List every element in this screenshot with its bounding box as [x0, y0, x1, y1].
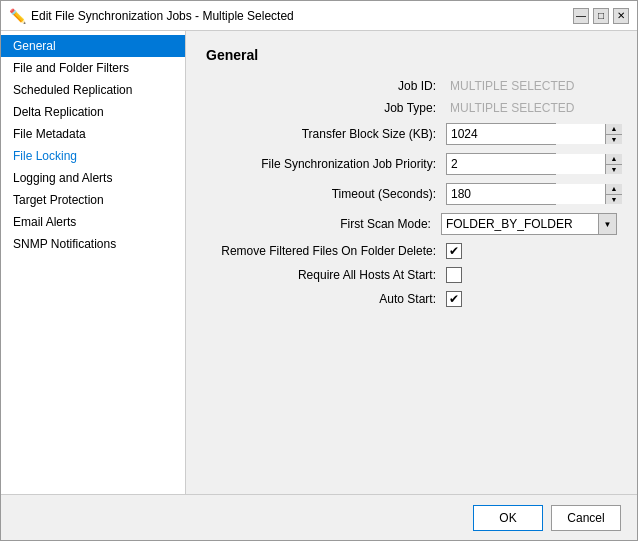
timeout-spinner[interactable]: ▲ ▼: [446, 183, 556, 205]
sidebar-item-file-metadata[interactable]: File Metadata: [1, 123, 185, 145]
transfer-block-size-label: Transfer Block Size (KB):: [206, 127, 446, 141]
job-id-row: Job ID: MULTIPLE SELECTED: [206, 79, 617, 93]
transfer-block-size-row: Transfer Block Size (KB): ▲ ▼: [206, 123, 617, 145]
minimize-button[interactable]: —: [573, 8, 589, 24]
job-priority-label: File Synchronization Job Priority:: [206, 157, 446, 171]
job-priority-spinner[interactable]: ▲ ▼: [446, 153, 556, 175]
auto-start-row: Auto Start: ✔: [206, 291, 617, 307]
sidebar-item-logging-alerts[interactable]: Logging and Alerts: [1, 167, 185, 189]
section-title: General: [206, 47, 617, 63]
sidebar-item-scheduled-replication[interactable]: Scheduled Replication: [1, 79, 185, 101]
sidebar-item-email-alerts[interactable]: Email Alerts: [1, 211, 185, 233]
job-priority-row: File Synchronization Job Priority: ▲ ▼: [206, 153, 617, 175]
sidebar-item-delta-replication[interactable]: Delta Replication: [1, 101, 185, 123]
transfer-block-size-btns: ▲ ▼: [605, 124, 622, 144]
transfer-block-size-down[interactable]: ▼: [606, 134, 622, 145]
auto-start-check: ✔: [449, 293, 459, 305]
sidebar-item-general[interactable]: General: [1, 35, 185, 57]
ok-button[interactable]: OK: [473, 505, 543, 531]
auto-start-label: Auto Start:: [206, 292, 446, 306]
job-type-value: MULTIPLE SELECTED: [446, 101, 574, 115]
timeout-input[interactable]: [447, 184, 605, 204]
timeout-btns: ▲ ▼: [605, 184, 622, 204]
window-title: Edit File Synchronization Jobs - Multipl…: [31, 9, 294, 23]
footer: OK Cancel: [1, 494, 637, 540]
first-scan-mode-value: FOLDER_BY_FOLDER: [442, 217, 598, 231]
sidebar-item-snmp-notifications[interactable]: SNMP Notifications: [1, 233, 185, 255]
job-type-row: Job Type: MULTIPLE SELECTED: [206, 101, 617, 115]
title-bar-controls: — □ ✕: [573, 8, 629, 24]
sidebar-item-target-protection[interactable]: Target Protection: [1, 189, 185, 211]
job-priority-down[interactable]: ▼: [606, 164, 622, 175]
timeout-down[interactable]: ▼: [606, 194, 622, 205]
timeout-label: Timeout (Seconds):: [206, 187, 446, 201]
title-bar-left: ✏️ Edit File Synchronization Jobs - Mult…: [9, 8, 294, 24]
close-button[interactable]: ✕: [613, 8, 629, 24]
window-icon: ✏️: [9, 8, 25, 24]
transfer-block-size-up[interactable]: ▲: [606, 124, 622, 134]
first-scan-mode-arrow[interactable]: ▼: [598, 214, 616, 234]
job-priority-btns: ▲ ▼: [605, 154, 622, 174]
sidebar: GeneralFile and Folder FiltersScheduled …: [1, 31, 186, 494]
auto-start-checkbox[interactable]: ✔: [446, 291, 462, 307]
first-scan-mode-row: First Scan Mode: FOLDER_BY_FOLDER ▼: [206, 213, 617, 235]
job-priority-up[interactable]: ▲: [606, 154, 622, 164]
transfer-block-size-spinner[interactable]: ▲ ▼: [446, 123, 556, 145]
job-id-value: MULTIPLE SELECTED: [446, 79, 574, 93]
require-all-hosts-checkbox[interactable]: [446, 267, 462, 283]
remove-filtered-files-label: Remove Filtered Files On Folder Delete:: [206, 244, 446, 258]
main-panel: General Job ID: MULTIPLE SELECTED Job Ty…: [186, 31, 637, 494]
remove-filtered-files-checkbox[interactable]: ✔: [446, 243, 462, 259]
first-scan-mode-label: First Scan Mode:: [206, 217, 441, 231]
sidebar-item-file-locking[interactable]: File Locking: [1, 145, 185, 167]
main-window: ✏️ Edit File Synchronization Jobs - Mult…: [0, 0, 638, 541]
transfer-block-size-input[interactable]: [447, 124, 605, 144]
cancel-button[interactable]: Cancel: [551, 505, 621, 531]
job-priority-input[interactable]: [447, 154, 605, 174]
require-all-hosts-row: Require All Hosts At Start:: [206, 267, 617, 283]
require-all-hosts-label: Require All Hosts At Start:: [206, 268, 446, 282]
title-bar: ✏️ Edit File Synchronization Jobs - Mult…: [1, 1, 637, 31]
timeout-up[interactable]: ▲: [606, 184, 622, 194]
remove-filtered-files-check: ✔: [449, 245, 459, 257]
timeout-row: Timeout (Seconds): ▲ ▼: [206, 183, 617, 205]
job-type-label: Job Type:: [206, 101, 446, 115]
job-id-label: Job ID:: [206, 79, 446, 93]
remove-filtered-files-row: Remove Filtered Files On Folder Delete: …: [206, 243, 617, 259]
sidebar-item-file-folder-filters[interactable]: File and Folder Filters: [1, 57, 185, 79]
maximize-button[interactable]: □: [593, 8, 609, 24]
content-area: GeneralFile and Folder FiltersScheduled …: [1, 31, 637, 494]
first-scan-mode-select[interactable]: FOLDER_BY_FOLDER ▼: [441, 213, 617, 235]
